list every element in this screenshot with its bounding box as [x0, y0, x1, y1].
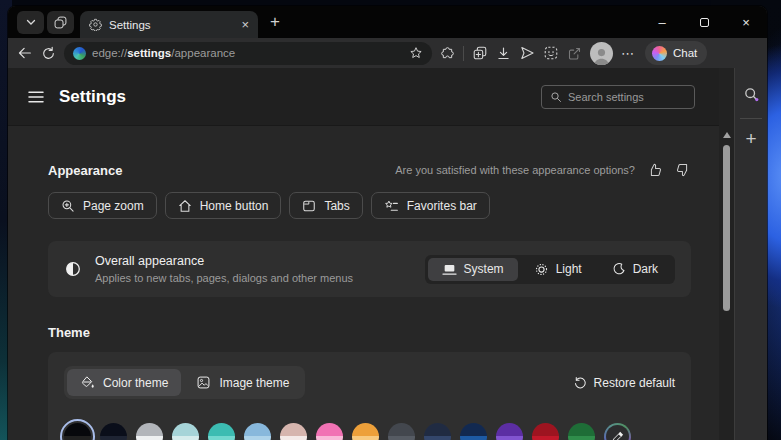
chip-home-button[interactable]: Home button [165, 192, 282, 219]
color-swatch-blue[interactable] [460, 423, 487, 440]
web-capture-button[interactable] [543, 45, 559, 61]
send-icon[interactable] [519, 45, 535, 61]
color-swatch-black[interactable] [64, 423, 91, 440]
extensions-button[interactable] [440, 46, 455, 61]
settings-menu-icon[interactable] [28, 90, 44, 104]
tab-image-theme[interactable]: Image theme [183, 369, 302, 396]
chat-label: Chat [673, 47, 697, 59]
mode-option-light[interactable]: Light [520, 258, 596, 281]
restore-label: Restore default [594, 376, 675, 390]
profile-avatar[interactable] [590, 42, 613, 65]
workspaces-button[interactable] [47, 11, 74, 34]
toolbar: edge://settings/appearance [8, 38, 767, 68]
tab-settings[interactable]: Settings × [80, 11, 258, 38]
color-swatch-red[interactable] [532, 423, 559, 440]
chrome-body: Settings Appearance Are you satisfied wi… [8, 68, 767, 440]
close-window-button[interactable]: × [725, 6, 767, 38]
mode-option-system[interactable]: System [428, 258, 518, 281]
gear-icon [89, 18, 102, 31]
url-text: edge://settings/appearance [92, 47, 235, 59]
chip-page-zoom[interactable]: Page zoom [48, 192, 157, 219]
workspaces-icon [53, 15, 68, 30]
appearance-mode-switcher: System Light Dark [425, 255, 675, 284]
page-title: Settings [59, 87, 126, 107]
favorite-star-icon[interactable] [409, 46, 423, 60]
chat-button[interactable]: Chat [645, 41, 707, 65]
tab-color-theme[interactable]: Color theme [67, 369, 181, 396]
copilot-icon [652, 46, 667, 61]
color-swatch-light-blue[interactable] [244, 423, 271, 440]
rail-add-button[interactable]: + [745, 129, 756, 148]
favorites-bar-icon [384, 199, 399, 213]
chip-label: Tabs [324, 199, 349, 213]
scroll-up-arrow-icon[interactable] [723, 132, 731, 138]
back-button[interactable] [17, 45, 33, 61]
paint-bucket-icon [80, 375, 95, 390]
chevron-down-icon [25, 16, 37, 28]
tab-close-icon[interactable]: × [241, 18, 249, 31]
browser-window: Settings × + – × edge://settings/appeara… [8, 6, 767, 440]
color-swatch-dark-navy[interactable] [100, 423, 127, 440]
scrollbar-thumb[interactable] [723, 145, 730, 311]
settings-page: Settings Appearance Are you satisfied wi… [8, 68, 719, 440]
address-bar[interactable]: edge://settings/appearance [64, 42, 432, 65]
chip-favorites-bar[interactable]: Favorites bar [371, 192, 490, 219]
tab-icon [302, 199, 316, 213]
settings-search-input[interactable] [568, 91, 686, 103]
settings-header: Settings [8, 68, 719, 126]
thumbs-down-icon[interactable] [675, 162, 691, 178]
downloads-button[interactable] [496, 46, 511, 61]
color-swatches [64, 423, 675, 440]
minimize-button[interactable]: – [641, 6, 683, 38]
theme-tab-label: Color theme [103, 376, 168, 390]
search-icon [550, 91, 562, 103]
more-menu-button[interactable]: ⋯ [621, 46, 635, 61]
color-swatch-green[interactable] [568, 423, 595, 440]
thumbs-up-icon[interactable] [647, 162, 663, 178]
scrollbar[interactable] [719, 68, 734, 440]
new-tab-button[interactable]: + [270, 12, 280, 32]
restore-icon [573, 376, 587, 390]
theme-card: Color theme Image theme [48, 352, 691, 440]
theme-type-tabs: Color theme Image theme [64, 366, 305, 399]
theme-heading: Theme [48, 325, 90, 340]
contrast-icon [64, 260, 82, 278]
moon-icon [612, 262, 626, 276]
chip-tabs[interactable]: Tabs [289, 192, 362, 219]
mode-label: Light [556, 262, 582, 276]
overall-appearance-subtitle: Applies to new tabs, pages, dialogs and … [95, 272, 353, 284]
color-swatch-custom-color[interactable] [604, 423, 631, 440]
collections-button[interactable] [472, 45, 488, 61]
settings-search-box[interactable] [541, 85, 695, 109]
color-swatch-slate-blue[interactable] [424, 423, 451, 440]
titlebar: Settings × + – × [8, 6, 767, 38]
color-swatch-blush[interactable] [280, 423, 307, 440]
color-swatch-pale-teal[interactable] [172, 423, 199, 440]
color-swatch-pink[interactable] [316, 423, 343, 440]
home-icon [178, 199, 192, 213]
image-icon [196, 375, 211, 390]
mode-option-dark[interactable]: Dark [598, 258, 672, 281]
maximize-icon [700, 18, 709, 27]
refresh-button[interactable] [41, 46, 56, 61]
color-swatch-gray[interactable] [388, 423, 415, 440]
restore-default-button[interactable]: Restore default [573, 376, 675, 390]
appearance-heading: Appearance [48, 163, 122, 178]
tab-title: Settings [109, 19, 241, 31]
chip-label: Page zoom [83, 199, 144, 213]
laptop-icon [442, 263, 457, 276]
tab-search-button[interactable] [17, 11, 44, 34]
color-swatch-light-gray[interactable] [136, 423, 163, 440]
color-swatch-orange[interactable] [352, 423, 379, 440]
share-button[interactable] [567, 46, 582, 61]
sun-icon [534, 262, 549, 277]
color-swatch-teal[interactable] [208, 423, 235, 440]
feedback-question: Are you satisfied with these appearance … [395, 164, 635, 176]
maximize-button[interactable] [683, 6, 725, 38]
chip-label: Favorites bar [407, 199, 477, 213]
eyedropper-icon [606, 425, 629, 440]
color-swatch-purple[interactable] [496, 423, 523, 440]
overall-appearance-card: Overall appearance Applies to new tabs, … [48, 241, 691, 297]
bing-search-icon[interactable] [743, 86, 760, 103]
sidebar-rail: + [734, 68, 767, 440]
